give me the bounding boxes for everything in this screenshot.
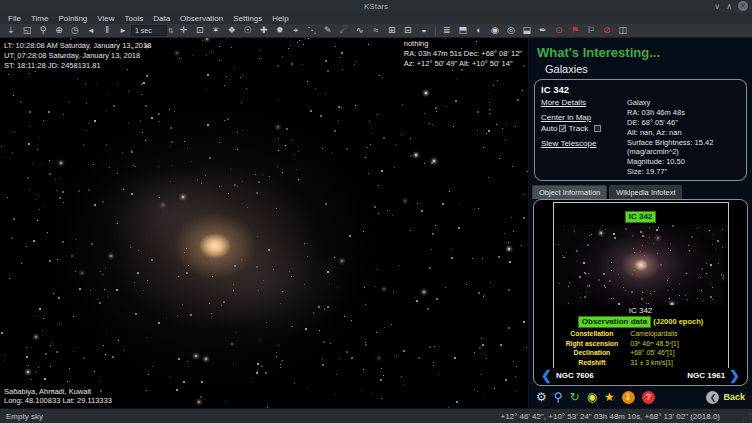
stop-clock-icon[interactable]: ‖ xyxy=(99,24,115,37)
color-scheme-icon[interactable]: ✒ xyxy=(535,24,551,37)
menu-observation[interactable]: Observation xyxy=(175,14,228,23)
constellation-boundaries-icon[interactable]: ∿ xyxy=(352,24,368,37)
location-name: Sababiya, Ahmadi, Kuwait xyxy=(4,387,112,397)
help-icon[interactable]: ? xyxy=(642,391,655,404)
telescope-target-icon[interactable]: ◎ xyxy=(503,24,519,37)
status-message: Empty sky xyxy=(0,412,43,421)
track-label: Track xyxy=(568,124,588,133)
whats-interesting-icon[interactable]: ◉ xyxy=(487,24,503,37)
actions-row: ⚙⚲↻◉★⇩? xyxy=(536,390,655,404)
night-vision-icon[interactable]: ◐ xyxy=(471,24,487,37)
location-overlay: Sababiya, Ahmadi, Kuwait Long: 48.100833… xyxy=(4,387,112,407)
object-links: More Details Center in Map Auto ✓ Track … xyxy=(541,98,627,177)
center-in-map-link[interactable]: Center in Map xyxy=(541,113,627,122)
horizon-icon[interactable]: ◒ xyxy=(416,24,432,37)
resize-grip-icon[interactable]: ⋰ xyxy=(742,413,750,422)
disable-icon[interactable]: ⊘ xyxy=(599,24,615,37)
epoch-label: (J2000 epoch) xyxy=(651,317,703,326)
stars-icon[interactable]: ✶ xyxy=(208,24,224,37)
milky-way-icon[interactable]: ≈ xyxy=(368,24,384,37)
next-object-label[interactable]: NGC 1961 xyxy=(687,371,725,380)
constellation-names-icon[interactable]: ✎ xyxy=(320,24,336,37)
category-label: Galaxies xyxy=(529,61,752,78)
time-step-spinbox[interactable]: 1 sec xyxy=(131,25,167,36)
toolbar-separator xyxy=(435,26,436,36)
back-arrow-icon[interactable]: ❮ xyxy=(706,391,719,404)
reload-icon[interactable]: ↻ xyxy=(570,390,580,404)
step-forward-icon[interactable]: ▸ xyxy=(115,24,131,37)
constellation-art-icon[interactable]: ☄ xyxy=(336,24,352,37)
whats-interesting-panel: What's Interesting... Galaxies IC 342 Mo… xyxy=(528,38,752,408)
more-details-link[interactable]: More Details xyxy=(541,98,627,107)
back-label: Back xyxy=(723,392,745,402)
track-checkbox[interactable] xyxy=(594,125,601,132)
maximize-button[interactable]: ∧ xyxy=(726,2,732,11)
slew-telescope-link[interactable]: Slew Telescope xyxy=(541,139,627,148)
geographic-icon[interactable]: ⊕ xyxy=(51,24,67,37)
sidereal-time-line: ST: 18:11:28 JD: 2458131.81 xyxy=(4,61,151,71)
planets-icon[interactable]: ☉ xyxy=(240,24,256,37)
object-info-block: GalaxyRA: 03h 46m 48sDE: 68° 05' 46"Alt:… xyxy=(627,98,740,177)
lock-display-icon[interactable]: ⬒ xyxy=(455,24,471,37)
visibility-eye-icon[interactable]: ◉ xyxy=(587,390,597,404)
titlebar[interactable]: KStars ∨ ∧ ✕ xyxy=(0,0,752,13)
menu-help[interactable]: Help xyxy=(267,14,293,23)
menu-view[interactable]: View xyxy=(92,14,119,23)
prev-object-arrow-icon[interactable]: ❮ xyxy=(541,369,552,382)
zoom-find-icon[interactable]: ⚲ xyxy=(35,24,51,37)
time-step-arrows-icon[interactable]: ⇅ xyxy=(168,27,174,35)
minimize-button[interactable]: ∨ xyxy=(714,2,720,11)
tab-wikipedia-infotext[interactable]: Wikipedia Infotext xyxy=(609,185,682,199)
fov-symbol-icon[interactable]: ⊡ xyxy=(192,24,208,37)
menu-time[interactable]: Time xyxy=(26,14,53,23)
menu-tools[interactable]: Tools xyxy=(120,14,149,23)
time-info-overlay: LT: 10:28:08 AM Saturday, January 13, 20… xyxy=(4,41,151,70)
set-time-icon[interactable]: ◷ xyxy=(67,24,83,37)
settings-icon[interactable]: ⚙ xyxy=(536,390,547,404)
menu-data[interactable]: Data xyxy=(148,14,175,23)
menu-pointing[interactable]: Pointing xyxy=(53,14,92,23)
download-icon[interactable]: ⇩ xyxy=(622,391,635,404)
download-data-icon[interactable]: ⇣ xyxy=(3,24,19,37)
universal-time-line: UT: 07:28:08 Saturday, January 13, 2018 xyxy=(4,51,151,61)
favorite-star-icon[interactable]: ★ xyxy=(604,390,615,404)
object-info-line: DE: 68° 05' 46" xyxy=(627,118,740,128)
zoom-default-icon[interactable]: ✛ xyxy=(176,24,192,37)
infobox-galaxy-thumbnail xyxy=(558,225,724,305)
deep-sky-objects-icon[interactable]: ❖ xyxy=(224,24,240,37)
back-button[interactable]: ❮ Back xyxy=(706,391,745,404)
object-nav-row: ❮ NGC 7606 NGC 1961 ❯ xyxy=(534,368,747,385)
supernovae-icon[interactable]: ✹ xyxy=(272,24,288,37)
main-content: LT: 10:28:08 AM Saturday, January 13, 20… xyxy=(0,38,752,408)
sky-map[interactable]: LT: 10:28:08 AM Saturday, January 13, 20… xyxy=(0,38,528,408)
image-caption: IC 342 xyxy=(556,306,726,315)
menu-file[interactable]: File xyxy=(3,14,26,23)
horizontal-grid-icon[interactable]: ⊟ xyxy=(400,24,416,37)
step-backward-icon[interactable]: ◂ xyxy=(83,24,99,37)
window-controls: ∨ ∧ ✕ xyxy=(714,1,748,11)
wikipedia-infotext-view[interactable]: IC 342 IC 342 Observation data (J2000 ep… xyxy=(534,200,747,368)
slider-icon[interactable]: ◫ xyxy=(615,24,631,37)
flag-icon[interactable]: ⚐ xyxy=(583,24,599,37)
equatorial-grid-icon[interactable]: ⊞ xyxy=(384,24,400,37)
lock-frame-icon[interactable]: ⬓ xyxy=(519,24,535,37)
object-details-icon[interactable]: ⚲ xyxy=(554,390,563,404)
sidebar-views-icon[interactable]: ≣ xyxy=(439,24,455,37)
center-target-icon[interactable]: ⊙ xyxy=(551,24,567,37)
obs-row-value: +68° 05′ 46″[1] xyxy=(630,349,725,358)
prev-object-label[interactable]: NGC 7606 xyxy=(556,371,594,380)
next-object-arrow-icon[interactable]: ❯ xyxy=(729,369,740,382)
starfield xyxy=(0,38,528,408)
tab-object-information[interactable]: Object Information xyxy=(532,185,607,199)
red-flag-icon[interactable]: ⚑ xyxy=(567,24,583,37)
constellation-lines-icon[interactable]: ⋱ xyxy=(304,24,320,37)
obs-row-label: Right ascension xyxy=(556,340,631,349)
auto-checkbox[interactable]: ✓ xyxy=(559,125,566,132)
close-button[interactable]: ✕ xyxy=(738,1,748,11)
panel-action-row: ⚙⚲↻◉★⇩? ❮ Back xyxy=(529,386,752,408)
menu-settings[interactable]: Settings xyxy=(228,14,267,23)
satellites-icon[interactable]: ⌖ xyxy=(288,24,304,37)
crosshair-icon[interactable]: ✚ xyxy=(256,24,272,37)
find-object-icon[interactable]: ◱ xyxy=(19,24,35,37)
obs-row-label: Constellation xyxy=(556,330,631,339)
